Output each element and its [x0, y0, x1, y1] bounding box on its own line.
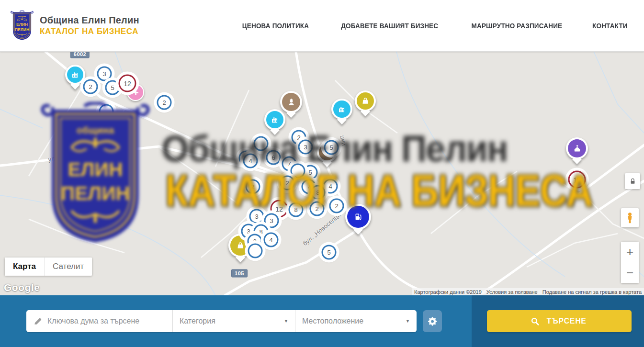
search-button[interactable]: ТЪРСЕНЕ [487, 310, 632, 332]
map-type-control: Карта Сателит [5, 257, 92, 276]
nav-pricing-policy[interactable]: ЦЕНОВА ПОЛИТИКА [242, 22, 309, 30]
header: Община Елин Пелин КАТАЛОГ НА БИЗНЕСА ЦЕН… [0, 0, 644, 52]
pin-marker-bag[interactable] [355, 90, 376, 112]
location-select-value: Местоположение [302, 317, 363, 325]
search-fields: Категория ▼ Местоположение ▼ [26, 310, 417, 332]
pin-marker-factory[interactable] [264, 109, 285, 130]
site-logo[interactable]: Община Елин Пелин КАТАЛОГ НА БИЗНЕСА [11, 11, 139, 41]
attribution-terms-link[interactable]: Условия за ползване [484, 289, 540, 295]
google-logo[interactable]: Google [4, 282, 40, 293]
cluster-marker[interactable]: 8 [289, 202, 304, 217]
pin-marker-church[interactable] [566, 137, 588, 159]
pin-marker-worker[interactable] [280, 91, 302, 113]
pin-marker-factory[interactable] [331, 99, 352, 120]
cluster-marker[interactable]: 2 [157, 95, 172, 110]
factory-icon [266, 111, 283, 128]
street-view-pegman[interactable] [621, 208, 639, 227]
cluster-marker[interactable]: 3 [97, 67, 112, 81]
keyword-field [26, 310, 172, 332]
cluster-marker[interactable]: 2 [310, 201, 325, 216]
cluster-marker[interactable]: 2 [329, 199, 344, 213]
search-button-label: ТЪРСЕНЕ [546, 316, 586, 326]
cluster-marker[interactable] [254, 136, 269, 151]
cluster-marker[interactable] [291, 164, 305, 179]
cluster-marker[interactable]: 3 [264, 213, 279, 228]
search-bar: Категория ▼ Местоположение ▼ [0, 295, 644, 347]
factory-icon [67, 67, 83, 83]
category-select[interactable]: Категория ▼ [172, 310, 295, 332]
nav-contacts[interactable]: КОНТАКТИ [592, 22, 628, 30]
site-title: Община Елин Пелин [40, 15, 139, 26]
logo-text: Община Елин Пелин КАТАЛОГ НА БИЗНЕСА [40, 15, 139, 36]
map-attribution: Картографски данни ©2019 Условия за полз… [412, 288, 644, 295]
cluster-marker[interactable]: 5 [105, 80, 120, 95]
gear-icon [427, 316, 438, 327]
main-nav: ЦЕНОВА ПОЛИТИКА ДОБАВЕТЕ ВАШИЯТ БИЗНЕС М… [238, 22, 630, 30]
worker-icon [282, 93, 300, 111]
chevron-down-icon: ▼ [284, 319, 288, 324]
cluster-marker[interactable]: 5 [322, 245, 337, 260]
zoom-in-button[interactable]: + [621, 242, 639, 262]
church-icon [568, 139, 586, 157]
factory-icon [333, 101, 350, 118]
road-number-badge: 105 [231, 269, 248, 278]
location-select[interactable]: Местоположение ▼ [295, 310, 417, 332]
category-select-value: Категория [180, 317, 215, 325]
cluster-marker[interactable]: 4 [264, 233, 279, 247]
nav-add-your-business[interactable]: ДОБАВЕТЕ ВАШИЯТ БИЗНЕС [341, 22, 438, 30]
zoom-control: + − [621, 242, 639, 283]
chevron-down-icon: ▼ [406, 319, 410, 324]
lock-icon [629, 178, 636, 185]
municipality-emblem-icon [11, 11, 34, 41]
cluster-marker[interactable]: 2 [280, 176, 295, 190]
cluster-marker[interactable]: 12 [119, 75, 136, 92]
road-number-badge: 6002 [70, 52, 90, 58]
bag-icon [357, 92, 374, 110]
cluster-marker[interactable]: 6 [266, 150, 281, 165]
cluster-marker[interactable] [248, 244, 263, 258]
pin-marker-factory[interactable] [65, 65, 85, 85]
attribution-report-link[interactable]: Подаване на сигнал за грешка в картата [540, 289, 644, 295]
pencil-icon [33, 316, 43, 326]
cluster-marker[interactable]: 4 [243, 154, 258, 168]
cluster-marker[interactable]: 2 [246, 179, 260, 194]
pin-marker-fuel[interactable] [345, 204, 371, 230]
attribution-copyright: Картографски данни ©2019 [412, 289, 484, 295]
search-bar-right: ТЪРСЕНЕ [472, 295, 644, 347]
cluster-marker[interactable]: 3 [298, 140, 313, 155]
search-icon [531, 317, 540, 326]
cluster-marker[interactable]: 10 [568, 171, 586, 189]
cluster-marker[interactable]: 5 [324, 140, 339, 155]
app: Община Елин Пелин КАТАЛОГ НА БИЗНЕСА ЦЕН… [0, 0, 644, 347]
site-subtitle: КАТАЛОГ НА БИЗНЕСА [40, 27, 139, 36]
pegman-icon [624, 212, 635, 224]
cluster-marker[interactable]: 2 [83, 79, 98, 94]
map-canvas[interactable]: ул. Преславбул. „Новоселци“ции 6002105 3… [0, 52, 644, 295]
map-type-map-button[interactable]: Карта [5, 257, 44, 276]
zoom-out-button[interactable]: − [621, 262, 639, 283]
search-settings-button[interactable] [423, 310, 442, 332]
nav-route-schedule[interactable]: МАРШРУТНО РАЗПИСАНИЕ [472, 22, 563, 30]
search-input[interactable] [47, 317, 166, 325]
cluster-marker[interactable]: 3 [249, 209, 264, 224]
lock-control[interactable] [625, 173, 640, 189]
cluster-marker[interactable]: 8 [311, 185, 326, 200]
search-bar-left: Категория ▼ Местоположение ▼ [0, 295, 472, 347]
cluster-marker[interactable] [99, 104, 114, 119]
map-type-satellite-button[interactable]: Сателит [44, 257, 92, 276]
fuel-icon [347, 206, 369, 228]
